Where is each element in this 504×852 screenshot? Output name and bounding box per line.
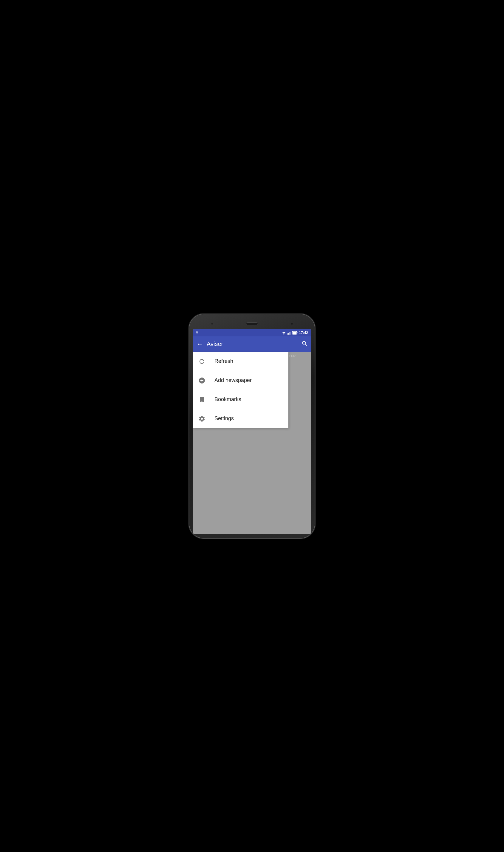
screen: ☿ <box>193 329 311 534</box>
settings-label: Settings <box>214 415 234 422</box>
bookmark-icon <box>198 395 206 404</box>
bookmarks-label: Bookmarks <box>214 396 241 403</box>
back-button[interactable]: ← <box>197 341 203 347</box>
add-circle-icon <box>198 376 206 385</box>
refresh-icon <box>198 357 206 366</box>
sensor <box>291 323 293 325</box>
search-button[interactable] <box>302 340 307 348</box>
app-bar: ← Aviser <box>193 337 311 352</box>
refresh-label: Refresh <box>214 358 233 364</box>
menu-item-refresh[interactable]: Refresh <box>193 352 288 371</box>
phone-device: ☿ <box>190 314 314 538</box>
svg-rect-3 <box>289 332 290 334</box>
svg-rect-7 <box>297 332 298 333</box>
svg-point-0 <box>284 334 284 334</box>
menu-item-settings[interactable]: Settings <box>193 409 288 428</box>
svg-rect-6 <box>293 332 296 334</box>
add-newspaper-label: Add newspaper <box>214 377 252 383</box>
svg-rect-2 <box>288 333 289 334</box>
status-left: ☿ <box>196 331 198 335</box>
menu-item-add-newspaper[interactable]: Add newspaper <box>193 371 288 390</box>
svg-line-9 <box>305 344 307 345</box>
signal-icon <box>287 331 291 334</box>
front-camera <box>211 323 213 325</box>
dropdown-menu: Refresh Add newspaper Bookmarks <box>193 352 288 428</box>
svg-rect-4 <box>290 332 291 334</box>
android-icon: ☿ <box>196 331 198 335</box>
phone-top-bar <box>193 320 311 328</box>
svg-rect-1 <box>287 333 288 334</box>
status-time: 17:42 <box>299 331 308 335</box>
wifi-icon <box>282 331 286 334</box>
menu-item-bookmarks[interactable]: Bookmarks <box>193 390 288 409</box>
settings-icon <box>198 415 206 423</box>
battery-icon <box>292 331 298 334</box>
status-bar: ☿ <box>193 329 311 337</box>
speaker <box>246 322 258 325</box>
app-title: Aviser <box>207 341 302 347</box>
status-right: 17:42 <box>282 331 308 335</box>
